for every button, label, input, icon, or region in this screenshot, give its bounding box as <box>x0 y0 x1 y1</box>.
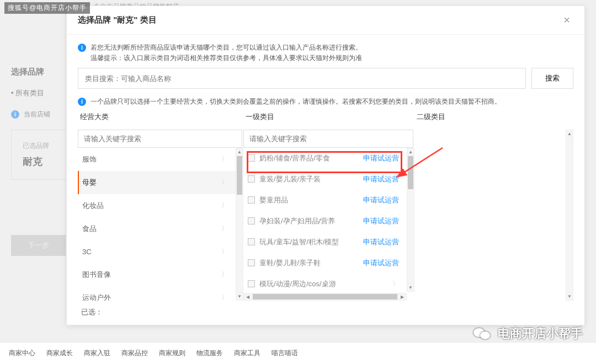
footer-nav-link[interactable]: 商家中心 <box>9 349 35 358</box>
main-category-item[interactable]: 运动户外〉 <box>78 286 236 301</box>
category-label: 奶粉/辅食/营养品/零食 <box>259 153 330 163</box>
info-icon: i <box>78 44 86 52</box>
item-label: 图书音像 <box>82 270 111 280</box>
info-icon: i <box>78 98 86 106</box>
col3-list <box>414 130 566 301</box>
category-checkbox[interactable] <box>248 217 255 224</box>
search-button[interactable]: 搜索 <box>531 68 573 89</box>
level1-category-item[interactable]: 童装/婴儿装/亲子装申请试运营 <box>243 169 407 190</box>
category-label: 模玩/动漫/周边/cos/桌游 <box>259 279 336 289</box>
chevron-right-icon: 〉 <box>392 279 399 288</box>
item-label: 运动户外 <box>82 293 111 301</box>
col2-list: 奶粉/辅食/营养品/零食申请试运营童装/婴儿装/亲子装申请试运营婴童用品申请试运… <box>243 148 407 292</box>
chevron-right-icon: 〉 <box>221 224 228 233</box>
category-checkbox[interactable] <box>248 259 255 266</box>
category-label: 婴童用品 <box>259 195 288 205</box>
column-level1-category: 一级类目 奶粉/辅食/营养品/零食申请试运营童装/婴儿装/亲子装申请试运营婴童用… <box>243 112 414 301</box>
hscroll-thumb[interactable] <box>253 294 397 299</box>
scroll-thumb[interactable] <box>237 156 242 195</box>
close-icon[interactable]: × <box>560 14 573 26</box>
footer-nav-link[interactable]: 商家入驻 <box>84 349 110 358</box>
column-main-category: 经营大类 服饰〉母婴〉化妆品〉食品〉3C〉图书音像〉运动户外〉汽车及配件〉 ▲ … <box>78 112 243 301</box>
scroll-thumb[interactable] <box>408 156 413 189</box>
level1-category-item[interactable]: 童鞋/婴儿鞋/亲子鞋申请试运营 <box>243 253 407 274</box>
scroll-down-icon[interactable]: ▼ <box>407 283 414 291</box>
scroll-right-icon[interactable]: ▶ <box>398 295 406 299</box>
category-label: 童装/婴儿装/亲子装 <box>259 174 321 184</box>
item-label: 3C <box>82 248 92 256</box>
main-category-item[interactable]: 化妆品〉 <box>78 194 236 217</box>
scroll-up-icon[interactable]: ▲ <box>236 148 243 156</box>
category-checkbox[interactable] <box>248 154 255 162</box>
info-line-1: i 若您无法判断所经营商品应该申请天猫哪个类目，您可以通过该入口输入产品名称进行… <box>78 42 573 63</box>
footer-nav: 商家中心商家成长商家入驻商家品控商家规则物流服务商家工具喵言喵语 <box>0 342 596 364</box>
scroll-down-icon[interactable]: ▼ <box>236 292 243 300</box>
col2-search-input[interactable] <box>243 130 413 148</box>
apply-trial-link[interactable]: 申请试运营 <box>363 174 399 184</box>
level1-category-item[interactable]: 孕妇装/孕产妇用品/营养申请试运营 <box>243 211 407 232</box>
column-level2-category: 二级类目 ▲ ▼ <box>414 112 573 301</box>
category-checkbox[interactable] <box>248 280 255 287</box>
chevron-right-icon: 〉 <box>221 270 228 279</box>
category-checkbox[interactable] <box>248 238 255 245</box>
apply-trial-link[interactable]: 申请试运营 <box>363 153 399 163</box>
category-label: 孕妇装/孕产妇用品/营养 <box>259 216 335 226</box>
col1-search-input[interactable] <box>78 130 242 148</box>
main-category-item[interactable]: 母婴〉 <box>78 171 236 194</box>
col1-list: 服饰〉母婴〉化妆品〉食品〉3C〉图书音像〉运动户外〉汽车及配件〉 <box>78 148 236 301</box>
apply-trial-link[interactable]: 申请试运营 <box>363 258 399 268</box>
col2-header: 一级类目 <box>243 112 414 130</box>
search-bar: 搜索 <box>78 68 573 89</box>
apply-trial-link[interactable]: 申请试运营 <box>363 195 399 205</box>
info-text-1a: 若您无法判断所经营商品应该申请天猫哪个类目，您可以通过该入口输入产品名称进行搜索… <box>91 44 362 51</box>
footer-nav-link[interactable]: 喵言喵语 <box>272 349 298 358</box>
apply-trial-link[interactable]: 申请试运营 <box>363 237 399 247</box>
footer-nav-link[interactable]: 商家工具 <box>234 349 260 358</box>
main-category-item[interactable]: 3C〉 <box>78 240 236 263</box>
col1-header: 经营大类 <box>78 112 243 130</box>
category-checkbox[interactable] <box>248 196 255 204</box>
category-columns: 经营大类 服饰〉母婴〉化妆品〉食品〉3C〉图书音像〉运动户外〉汽车及配件〉 ▲ … <box>78 112 573 301</box>
item-label: 母婴 <box>82 178 97 188</box>
category-label: 玩具/童车/益智/积木/模型 <box>259 237 339 247</box>
chevron-right-icon: 〉 <box>221 201 228 210</box>
level1-category-item[interactable]: 奶粉/辅食/营养品/零食申请试运营 <box>243 148 407 169</box>
chevron-right-icon: 〉 <box>221 178 228 187</box>
footer-nav-link[interactable]: 商家成长 <box>46 349 73 358</box>
item-label: 服饰 <box>82 154 97 164</box>
modal-header: 选择品牌 "耐克" 类目 × <box>67 6 584 35</box>
info-text-2: 一个品牌只可以选择一个主要经营大类，切换大类则会覆盖之前的操作，请谨慎操作。若搜… <box>91 97 501 107</box>
col2-scrollbar[interactable]: ▲ ▼ <box>407 148 414 292</box>
chevron-right-icon: 〉 <box>221 293 228 301</box>
level1-category-item[interactable]: 模玩/动漫/周边/cos/桌游〉 <box>243 274 407 292</box>
selected-summary: 已选： <box>78 301 573 319</box>
category-label: 童鞋/婴儿鞋/亲子鞋 <box>259 258 321 268</box>
col3-header: 二级类目 <box>414 112 573 130</box>
col3-scrollbar[interactable]: ▲ ▼ <box>566 130 573 301</box>
scroll-down-icon[interactable]: ▼ <box>566 292 573 300</box>
item-label: 食品 <box>82 224 97 234</box>
level1-category-item[interactable]: 婴童用品申请试运营 <box>243 190 407 211</box>
category-search-input[interactable] <box>78 68 526 89</box>
apply-trial-link[interactable]: 申请试运营 <box>363 216 399 226</box>
main-category-item[interactable]: 食品〉 <box>78 217 236 240</box>
item-label: 化妆品 <box>82 201 104 211</box>
chevron-right-icon: 〉 <box>221 247 228 256</box>
col1-scrollbar[interactable]: ▲ ▼ <box>236 148 243 301</box>
scroll-left-icon[interactable]: ◀ <box>244 295 252 299</box>
main-category-item[interactable]: 服饰〉 <box>78 148 236 171</box>
col2-hscrollbar[interactable]: ◀ ▶ <box>243 293 407 301</box>
footer-nav-link[interactable]: 商家品控 <box>121 349 148 358</box>
chevron-right-icon: 〉 <box>221 154 228 164</box>
main-category-item[interactable]: 图书音像〉 <box>78 263 236 286</box>
info-text-1b: 温馨提示：该入口展示类目为词语相关推荐类目仅供参考，具体准入要求以天猫对外规则为… <box>91 54 362 62</box>
modal-title: 选择品牌 "耐克" 类目 <box>78 15 157 25</box>
scroll-up-icon[interactable]: ▲ <box>407 148 414 156</box>
footer-nav-link[interactable]: 商家规则 <box>159 349 185 358</box>
level1-category-item[interactable]: 玩具/童车/益智/积木/模型申请试运营 <box>243 232 407 253</box>
scroll-up-icon[interactable]: ▲ <box>566 130 573 138</box>
footer-nav-link[interactable]: 物流服务 <box>196 349 223 358</box>
category-checkbox[interactable] <box>248 175 255 183</box>
modal-body: i 若您无法判断所经营商品应该申请天猫哪个类目，您可以通过该入口输入产品名称进行… <box>67 35 584 325</box>
info-line-2: i 一个品牌只可以选择一个主要经营大类，切换大类则会覆盖之前的操作，请谨慎操作。… <box>78 97 573 107</box>
